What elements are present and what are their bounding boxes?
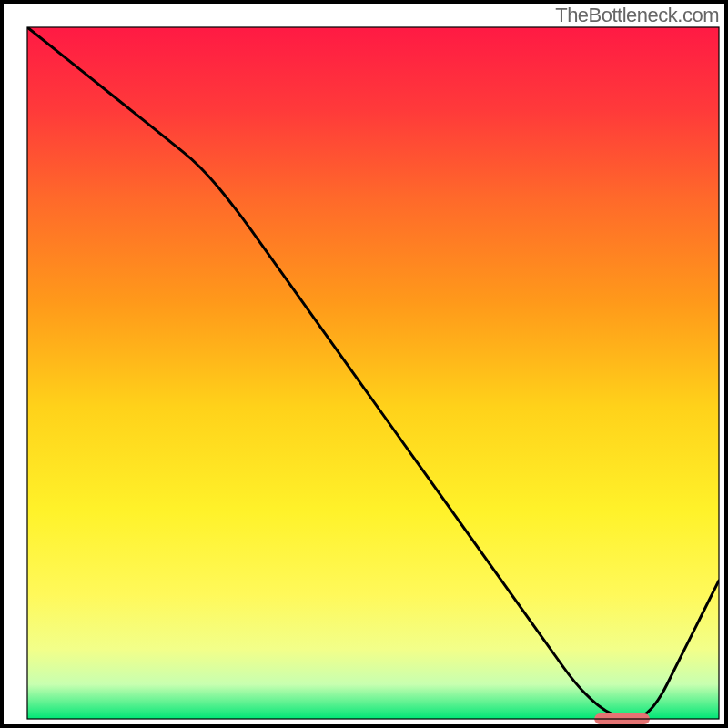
watermark-label: TheBottleneck.com <box>555 4 719 27</box>
chart-container: TheBottleneck.com <box>0 0 728 728</box>
chart-gradient-background <box>27 27 719 719</box>
bottleneck-chart <box>0 0 728 728</box>
